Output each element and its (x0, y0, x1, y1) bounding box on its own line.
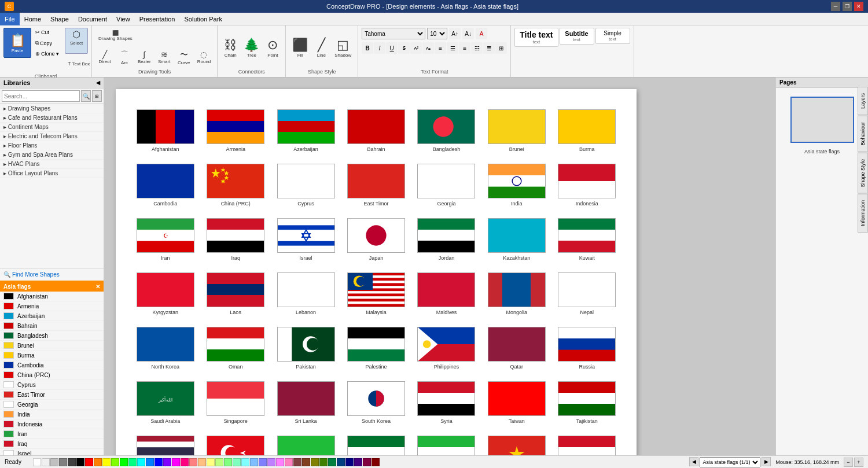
flag-canvas-cell[interactable]: South Korea (344, 378, 408, 427)
flag-list-item[interactable]: Afghanistan (0, 292, 104, 301)
flag-canvas-cell[interactable]: Indonesia (555, 161, 619, 209)
color-swatch[interactable] (85, 458, 93, 466)
line-button[interactable]: ╱ Line (312, 35, 330, 60)
flag-canvas-cell[interactable]: Russia (555, 324, 619, 373)
flag-list-item[interactable]: Armenia (0, 301, 104, 311)
menu-view[interactable]: View (112, 13, 135, 25)
flag-canvas-cell[interactable]: Turkmenistan (274, 433, 338, 455)
align-center-button[interactable]: ☰ (447, 42, 458, 54)
paste-button[interactable]: 📋 Paste (3, 28, 31, 58)
color-swatch[interactable] (137, 458, 145, 466)
flag-canvas-cell[interactable]: Afghanistan (133, 106, 197, 155)
bezier-button[interactable]: ∫ Bezier (135, 47, 154, 68)
strikethrough-button[interactable]: S̶ (398, 42, 410, 54)
flag-canvas-cell[interactable]: Azerbaijan (274, 106, 338, 155)
flag-list-item[interactable]: Indonesia (0, 419, 104, 429)
flag-canvas-cell[interactable]: Qatar (484, 324, 549, 373)
copy-button[interactable]: ⧉ Copy (33, 38, 61, 48)
find-more-shapes[interactable]: 🔍 Find More Shapes (0, 268, 104, 282)
flag-canvas-cell[interactable]: Philippines (414, 324, 479, 373)
page-prev-btn[interactable]: ◀ (689, 457, 698, 466)
lib-gym-spa[interactable]: ▸ Gym and Spa Area Plans (0, 150, 104, 160)
bold-button[interactable]: B (362, 42, 373, 54)
flag-canvas-cell[interactable]: Singapore (203, 378, 267, 427)
shape-style-tab[interactable]: Shape Style (858, 153, 868, 194)
bullet-list-button[interactable]: ☷ (471, 42, 483, 54)
flag-canvas-cell[interactable]: Nepal (555, 270, 619, 318)
color-swatch[interactable] (328, 458, 336, 466)
point-button[interactable]: ⊙ Point (263, 35, 282, 60)
libraries-collapse-btn[interactable]: ◀ (96, 80, 100, 86)
curve-button[interactable]: 〜 Curve (175, 47, 193, 68)
align-right-button[interactable]: ≡ (459, 42, 470, 54)
flag-canvas-cell[interactable]: Laos (203, 270, 267, 318)
arc-button[interactable]: ⌒ Arc (115, 47, 134, 68)
search-input[interactable] (2, 90, 80, 102)
color-swatch[interactable] (68, 458, 76, 466)
flag-list-item[interactable]: Iraq (0, 439, 104, 449)
close-btn[interactable]: ✕ (854, 2, 863, 11)
behaviour-tab[interactable]: Behaviour (858, 116, 868, 152)
grid-view-button[interactable]: ⊞ (92, 90, 102, 102)
color-swatch[interactable] (372, 458, 380, 466)
color-swatch[interactable] (363, 458, 371, 466)
textbox-button[interactable]: T Text Box (65, 55, 88, 72)
fill-button[interactable]: ⬛ Fill (289, 35, 311, 60)
chain-button[interactable]: ⛓ Chain (221, 35, 240, 60)
flag-canvas-cell[interactable]: Malaysia (344, 270, 408, 318)
color-swatch[interactable] (233, 458, 241, 466)
color-swatch[interactable] (189, 458, 197, 466)
asia-flags-close-btn[interactable]: ✕ (95, 283, 100, 290)
flag-canvas-cell[interactable]: Yemen (555, 433, 619, 455)
color-swatch[interactable] (207, 458, 215, 466)
lib-hvac[interactable]: ▸ HVAC Plans (0, 160, 104, 169)
font-selector[interactable]: Tahoma (362, 28, 425, 39)
zoom-in-btn[interactable]: + (854, 458, 863, 467)
color-swatch[interactable] (250, 458, 258, 466)
flag-canvas-cell[interactable]: Maldives (414, 270, 479, 318)
flag-canvas-cell[interactable]: Bangladesh (414, 106, 479, 155)
flag-list-item[interactable]: East Timor (0, 390, 104, 400)
color-swatch[interactable] (345, 458, 354, 466)
italic-button[interactable]: I (374, 42, 385, 54)
color-swatch[interactable] (163, 458, 171, 466)
subscript-button[interactable]: A₂ (422, 42, 434, 54)
color-swatch[interactable] (337, 458, 345, 466)
flag-canvas-cell[interactable]: Kyrgyzstan (133, 270, 197, 318)
shadow-button[interactable]: ◱ Shadow (332, 35, 354, 60)
color-swatch[interactable] (215, 458, 223, 466)
minimize-btn[interactable]: ─ (831, 2, 840, 11)
color-swatch[interactable] (111, 458, 119, 466)
flag-canvas-cell[interactable]: Pakistan (274, 324, 338, 373)
flag-canvas-cell[interactable]: Turkey (203, 433, 267, 455)
flag-canvas-cell[interactable]: Lebanon (274, 270, 338, 318)
information-tab[interactable]: Information (858, 194, 868, 233)
flag-list-item[interactable]: Brunei (0, 341, 104, 351)
flag-canvas-cell[interactable]: United Arab Emirates (344, 433, 408, 455)
flag-list-item[interactable]: Georgia (0, 400, 104, 410)
shrink-font-button[interactable]: A↓ (462, 28, 474, 39)
flag-list-item[interactable]: China (PRC) (0, 370, 104, 380)
flag-canvas-cell[interactable]: Uzbekistan (414, 433, 479, 455)
numbered-list-button[interactable]: ≣ (483, 42, 495, 54)
flag-canvas-cell[interactable]: Thailand (133, 433, 197, 455)
flag-list-item[interactable]: Cambodia (0, 360, 104, 370)
more-format-button[interactable]: ⊞ (495, 42, 507, 54)
round-button[interactable]: ◌ Round (194, 47, 214, 68)
lib-office-layout[interactable]: ▸ Office Layout Plans (0, 169, 104, 178)
font-size-selector[interactable]: 10 (427, 28, 447, 39)
color-swatch[interactable] (50, 458, 58, 466)
color-swatch[interactable] (94, 458, 102, 466)
menu-file[interactable]: File (0, 13, 20, 25)
flag-canvas-cell[interactable]: Oman (203, 324, 267, 373)
color-swatch[interactable] (120, 458, 128, 466)
flag-canvas-cell[interactable]: Kazakhstan (484, 215, 549, 264)
lib-floor-plans[interactable]: ▸ Floor Plans (0, 141, 104, 150)
superscript-button[interactable]: A² (410, 42, 422, 54)
smart-button[interactable]: ≋ Smart (155, 47, 174, 68)
flag-canvas-cell[interactable]: North Korea (133, 324, 197, 373)
color-swatch[interactable] (267, 458, 275, 466)
menu-shape[interactable]: Shape (46, 13, 73, 25)
color-swatch[interactable] (276, 458, 284, 466)
flag-canvas-cell[interactable]: India (484, 161, 549, 209)
